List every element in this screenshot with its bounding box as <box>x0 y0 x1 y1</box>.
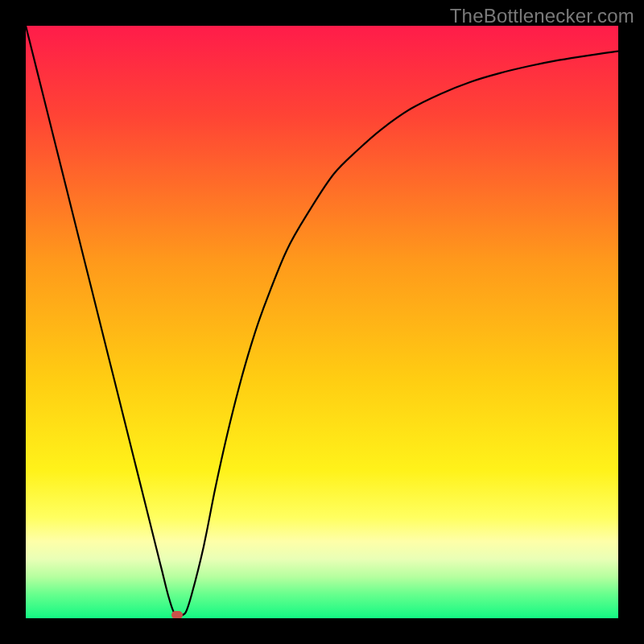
bottleneck-curve <box>26 26 618 615</box>
plot-area <box>26 26 618 618</box>
watermark-text: TheBottlenecker.com <box>450 5 634 27</box>
curve-layer <box>26 26 618 618</box>
minimum-marker <box>171 611 183 618</box>
chart-frame: TheBottlenecker.com <box>0 0 644 644</box>
